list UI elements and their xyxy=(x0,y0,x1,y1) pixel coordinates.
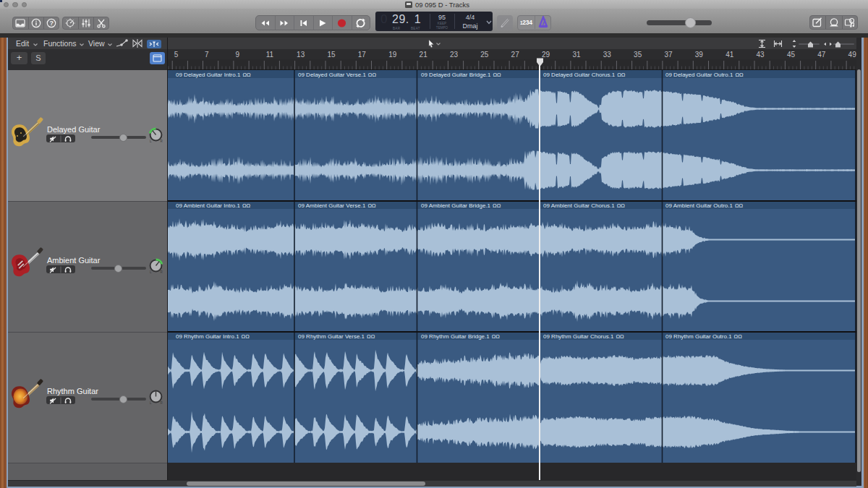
svg-text:09 Ambient Guitar Intro.1ΩΩ: 09 Ambient Guitar Intro.1ΩΩ xyxy=(176,202,251,209)
svg-text:R: R xyxy=(161,140,163,143)
svg-text:R: R xyxy=(161,401,163,405)
svg-text:27: 27 xyxy=(511,51,520,59)
svg-text:09 Ambient Guitar Verse.1ΩΩ: 09 Ambient Guitar Verse.1ΩΩ xyxy=(298,202,376,209)
svg-text:43: 43 xyxy=(757,51,765,59)
svg-text:21: 21 xyxy=(420,51,428,59)
svg-text:13: 13 xyxy=(297,51,305,59)
svg-text:23: 23 xyxy=(450,51,459,59)
svg-text:15: 15 xyxy=(328,51,336,59)
svg-text:09 Ambient Guitar Outro.1ΩΩ: 09 Ambient Guitar Outro.1ΩΩ xyxy=(665,202,744,209)
svg-text:?: ? xyxy=(50,20,54,27)
svg-text:09 Delayed Guitar Verse.1ΩΩ: 09 Delayed Guitar Verse.1ΩΩ xyxy=(298,72,376,78)
svg-text:L: L xyxy=(150,140,152,143)
svg-text:17: 17 xyxy=(358,51,367,59)
svg-text:09 Delayed Guitar Intro.1ΩΩ: 09 Delayed Guitar Intro.1ΩΩ xyxy=(176,72,251,78)
svg-text:09 Rhythm Guitar Bridge.1ΩΩ: 09 Rhythm Guitar Bridge.1ΩΩ xyxy=(421,333,500,340)
svg-text:47: 47 xyxy=(817,51,826,59)
svg-text:L: L xyxy=(150,401,152,405)
svg-text:09 Rhythm Guitar Chorus.1ΩΩ: 09 Rhythm Guitar Chorus.1ΩΩ xyxy=(543,333,624,340)
svg-text:5: 5 xyxy=(174,51,179,59)
svg-text:9: 9 xyxy=(235,51,239,59)
svg-text:45: 45 xyxy=(787,51,796,59)
svg-text:11: 11 xyxy=(266,51,274,59)
svg-text:09 Ambient Guitar Bridge.1ΩΩ: 09 Ambient Guitar Bridge.1ΩΩ xyxy=(421,202,501,209)
svg-text:09 Rhythm Guitar Intro.1ΩΩ: 09 Rhythm Guitar Intro.1ΩΩ xyxy=(176,333,250,340)
svg-text:49: 49 xyxy=(848,51,856,59)
svg-text:35: 35 xyxy=(634,51,642,59)
svg-text:25: 25 xyxy=(480,51,489,59)
svg-text:19: 19 xyxy=(388,51,397,59)
svg-text:37: 37 xyxy=(664,51,673,59)
svg-text:09 Ambient Guitar Chorus.1ΩΩ: 09 Ambient Guitar Chorus.1ΩΩ xyxy=(543,202,625,209)
svg-text:33: 33 xyxy=(603,51,612,59)
svg-text:09 Rhythm Guitar Verse.1ΩΩ: 09 Rhythm Guitar Verse.1ΩΩ xyxy=(298,333,375,340)
svg-text:L: L xyxy=(150,270,152,274)
svg-text:41: 41 xyxy=(726,51,734,59)
svg-text:7: 7 xyxy=(205,51,209,59)
svg-text:39: 39 xyxy=(695,51,704,59)
svg-text:09 Rhythm Guitar Outro.1ΩΩ: 09 Rhythm Guitar Outro.1ΩΩ xyxy=(665,333,742,340)
svg-text:31: 31 xyxy=(572,51,581,59)
svg-text:09 Delayed Guitar Bridge.1ΩΩ: 09 Delayed Guitar Bridge.1ΩΩ xyxy=(421,72,501,78)
svg-text:R: R xyxy=(161,270,163,274)
svg-text:09 Delayed Guitar Chorus.1ΩΩ: 09 Delayed Guitar Chorus.1ΩΩ xyxy=(543,72,626,78)
svg-text:09 Delayed Guitar Outro.1ΩΩ: 09 Delayed Guitar Outro.1ΩΩ xyxy=(665,72,744,78)
